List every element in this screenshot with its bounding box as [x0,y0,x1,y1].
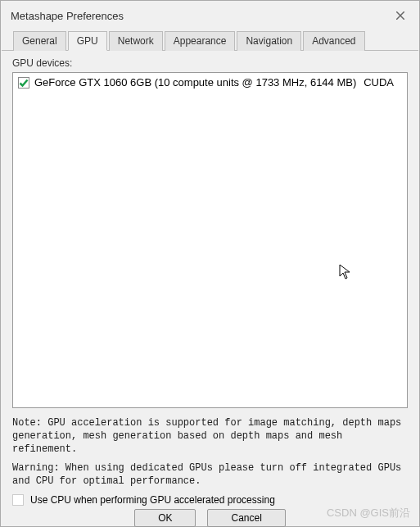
tab-general[interactable]: General [13,31,66,51]
tab-bar: General GPU Network Appearance Navigatio… [2,30,418,51]
gpu-note-text: Note: GPU acceleration is supported for … [12,416,408,457]
title-bar: Metashape Preferences [1,1,419,30]
cancel-button[interactable]: Cancel [207,509,285,527]
tab-appearance[interactable]: Appearance [165,31,236,51]
tab-navigation[interactable]: Navigation [237,31,301,51]
gpu-device-name: GeForce GTX 1060 6GB (10 compute units @… [34,76,359,89]
dialog-buttons: OK Cancel [12,509,408,527]
tab-network[interactable]: Network [109,31,163,51]
use-cpu-row[interactable]: Use CPU when performing GPU accelerated … [12,494,408,506]
close-icon [396,11,404,20]
preferences-dialog: Metashape Preferences General GPU Networ… [0,0,420,527]
use-cpu-label: Use CPU when performing GPU accelerated … [30,494,275,506]
ok-button[interactable]: OK [134,509,196,527]
close-button[interactable] [388,7,413,24]
gpu-device-api: CUDA [364,76,394,89]
gpu-device-checkbox[interactable] [18,77,29,89]
gpu-warning-text: Warning: When using dedicated GPUs pleas… [12,461,408,488]
tab-gpu[interactable]: GPU [68,31,107,51]
gpu-device-row[interactable]: GeForce GTX 1060 6GB (10 compute units @… [13,73,407,92]
gpu-device-list[interactable]: GeForce GTX 1060 6GB (10 compute units @… [12,72,408,408]
checkmark-icon [19,78,29,88]
use-cpu-checkbox[interactable] [12,494,24,506]
tab-advanced[interactable]: Advanced [303,31,364,51]
window-title: Metashape Preferences [11,10,124,22]
gpu-devices-label: GPU devices: [12,57,408,69]
tab-content: GPU devices: GeForce GTX 1060 6GB (10 co… [1,51,419,527]
